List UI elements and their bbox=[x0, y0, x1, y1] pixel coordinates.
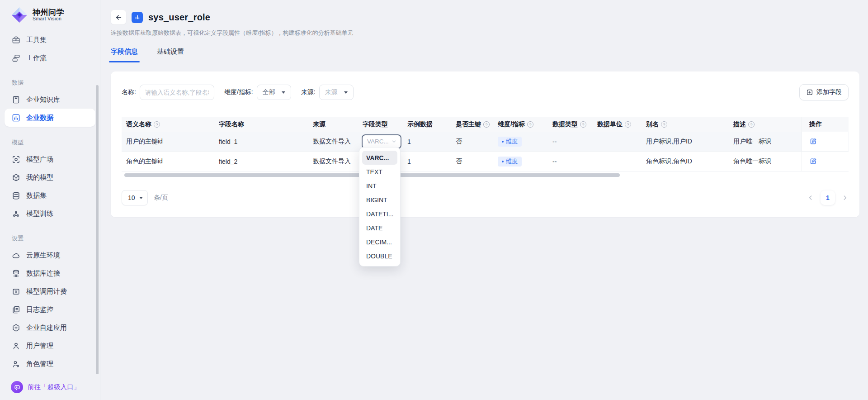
sidebar-item-user-mgmt[interactable]: 用户管理 bbox=[5, 337, 95, 355]
help-icon[interactable]: ? bbox=[748, 121, 755, 128]
dimension-badge: 维度 bbox=[498, 137, 522, 147]
super-entry-link[interactable]: 前往「超级入口」 bbox=[0, 374, 100, 400]
help-icon[interactable]: ? bbox=[661, 121, 667, 128]
prev-page-icon[interactable] bbox=[807, 194, 814, 201]
name-search-input[interactable] bbox=[140, 85, 214, 100]
plus-square-icon bbox=[806, 89, 813, 96]
sidebar-item-model-training[interactable]: 模型训练 bbox=[5, 205, 95, 223]
sidebar-group-settings: 设置 bbox=[0, 233, 100, 243]
sidebar-item-cloud-native[interactable]: 云原生环境 bbox=[5, 246, 95, 264]
help-icon[interactable]: ? bbox=[483, 121, 490, 128]
cell-dim: 维度 bbox=[493, 152, 548, 171]
cell-dim: 维度 bbox=[493, 132, 548, 151]
sidebar-item-label: 数据集 bbox=[26, 191, 47, 200]
per-page-label: 条/页 bbox=[154, 194, 168, 202]
sidebar-scroll-area[interactable]: MCP 工具集 工作流 数据 企业知识库 企业数据 模型 bbox=[0, 0, 100, 374]
dim-filter-select[interactable]: 全部 bbox=[257, 85, 291, 100]
sidebar-item-label: 日志监控 bbox=[26, 305, 53, 314]
dropdown-option-date[interactable]: DATE bbox=[362, 221, 397, 235]
dimension-badge: 维度 bbox=[498, 157, 522, 167]
sidebar-item-enterprise-data[interactable]: 企业数据 bbox=[5, 109, 95, 127]
caret-down-icon bbox=[139, 197, 143, 199]
workflow-icon bbox=[12, 54, 20, 62]
add-field-button[interactable]: 添加字段 bbox=[799, 84, 849, 100]
edit-field-icon[interactable] bbox=[809, 138, 817, 145]
dot-icon bbox=[502, 141, 504, 143]
main-content: sys_user_role 连接数据库获取原始数据表，可视化定义字段属性（维度/… bbox=[100, 0, 868, 400]
current-page-button[interactable]: 1 bbox=[821, 190, 835, 205]
next-page-icon[interactable] bbox=[841, 194, 849, 201]
sidebar-item-knowledge[interactable]: 企业知识库 bbox=[5, 90, 95, 109]
filter-bar: 名称: 维度/指标: 全部 来源: 来源 添加字段 bbox=[122, 84, 849, 100]
page-title: sys_user_role bbox=[148, 12, 210, 23]
dropdown-option-bigint[interactable]: BIGINT bbox=[362, 193, 397, 207]
sidebar-item-toolset[interactable]: 工具集 bbox=[5, 31, 95, 49]
sidebar-item-label: 我的模型 bbox=[26, 173, 53, 182]
tab-field-info[interactable]: 字段信息 bbox=[111, 48, 138, 62]
sidebar-item-label: 模型调用计费 bbox=[26, 287, 67, 296]
tab-basic-settings[interactable]: 基础设置 bbox=[157, 48, 184, 62]
chat-bot-icon bbox=[11, 381, 23, 393]
help-icon[interactable]: ? bbox=[154, 121, 160, 128]
back-button[interactable] bbox=[111, 10, 126, 24]
sidebar-item-my-models[interactable]: 我的模型 bbox=[5, 168, 95, 186]
sidebar-item-self-built-app[interactable]: 企业自建应用 bbox=[5, 319, 95, 337]
dropdown-option-decimal[interactable]: DECIM... bbox=[362, 235, 397, 249]
sidebar-item-label: 云原生环境 bbox=[26, 251, 60, 260]
sidebar-item-label: 企业知识库 bbox=[26, 95, 60, 104]
brand-logo: 神州问学 Smart Vision bbox=[0, 0, 100, 25]
cell-primary: 否 bbox=[451, 132, 493, 151]
dropdown-option-double[interactable]: DOUBLE bbox=[362, 249, 397, 263]
sidebar-item-label: 工具集 bbox=[26, 36, 47, 44]
help-icon[interactable]: ? bbox=[527, 121, 533, 128]
page-header: sys_user_role bbox=[111, 10, 859, 25]
help-icon[interactable]: ? bbox=[580, 121, 586, 128]
database-icon bbox=[12, 191, 20, 200]
cell-dtype: -- bbox=[548, 132, 593, 151]
notebook-icon bbox=[12, 95, 20, 104]
sidebar-item-db-connection[interactable]: 数据库连接 bbox=[5, 264, 95, 282]
cell-sample: 1 bbox=[403, 152, 451, 171]
sidebar-item-label: 数据库连接 bbox=[26, 269, 60, 278]
role-icon bbox=[12, 360, 20, 368]
sidebar-item-datasets[interactable]: 数据集 bbox=[5, 186, 95, 205]
sidebar-item-label: 工作流 bbox=[26, 54, 47, 62]
pagination-bar: 10 条/页 1 bbox=[122, 190, 849, 205]
dropdown-option-text[interactable]: TEXT bbox=[362, 165, 397, 179]
cell-alias: 角色标识,角色ID bbox=[642, 152, 729, 171]
cell-source: 数据文件导入 bbox=[308, 132, 358, 151]
dim-filter-label: 维度/指标: bbox=[224, 88, 253, 96]
cell-desc: 角色唯一标识 bbox=[729, 152, 802, 171]
page-navigation: 1 bbox=[807, 190, 849, 205]
cell-unit bbox=[593, 132, 642, 151]
sidebar-item-label: 企业自建应用 bbox=[26, 324, 67, 332]
field-type-select[interactable]: VARC... bbox=[362, 134, 401, 149]
sidebar-item-billing[interactable]: 模型调用计费 bbox=[5, 282, 95, 300]
dropdown-option-int[interactable]: INT bbox=[362, 179, 397, 193]
cell-source: 数据文件导入 bbox=[308, 152, 358, 171]
bar-chart-icon bbox=[12, 114, 20, 122]
edit-field-icon[interactable] bbox=[809, 157, 817, 165]
name-filter-label: 名称: bbox=[122, 88, 136, 96]
tab-bar: 字段信息 基础设置 bbox=[111, 48, 859, 62]
brand-name: 神州问学 bbox=[33, 9, 64, 17]
scan-box-icon bbox=[12, 155, 20, 164]
dropdown-option-datetime[interactable]: DATETI... bbox=[362, 207, 397, 221]
sidebar-item-role-mgmt[interactable]: 角色管理 bbox=[5, 355, 95, 373]
field-type-dropdown: VARC... TEXT INT BIGINT DATETI... DATE D… bbox=[359, 147, 401, 267]
cell-alias: 用户标识,用户ID bbox=[642, 132, 729, 151]
sidebar-item-log-monitor[interactable]: 日志监控 bbox=[5, 300, 95, 319]
billing-icon bbox=[12, 287, 20, 296]
sidebar-item-model-plaza[interactable]: 模型广场 bbox=[5, 150, 95, 168]
sidebar-item-label: 模型广场 bbox=[26, 155, 53, 164]
page-size-select[interactable]: 10 bbox=[122, 190, 148, 205]
cell-dtype: -- bbox=[548, 152, 593, 171]
app-root: { "brand": { "name": "神州问学", "subtitle":… bbox=[0, 0, 868, 400]
source-filter-select[interactable]: 来源 bbox=[319, 85, 354, 100]
help-icon[interactable]: ? bbox=[625, 121, 631, 128]
cell-field: field_2 bbox=[214, 152, 308, 171]
sidebar-scrollbar[interactable] bbox=[96, 85, 99, 384]
dropdown-option-varchar[interactable]: VARC... bbox=[362, 151, 397, 165]
horizontal-scrollbar-track bbox=[122, 172, 849, 178]
sidebar-item-workflow[interactable]: 工作流 bbox=[5, 49, 95, 67]
